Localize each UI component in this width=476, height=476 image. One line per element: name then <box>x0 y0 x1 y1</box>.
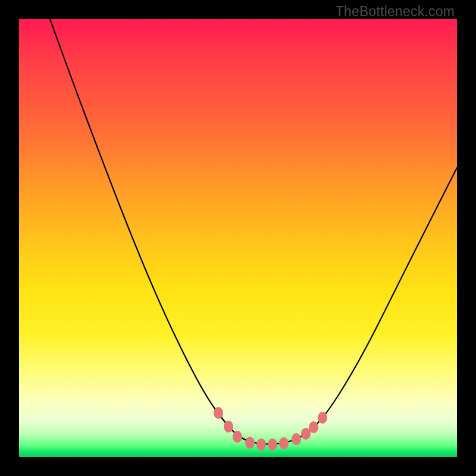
marker-dot <box>233 431 242 443</box>
marker-dot <box>279 437 289 449</box>
marker-dot <box>256 439 266 450</box>
marker-dot <box>318 412 327 424</box>
marker-dot <box>301 428 311 440</box>
chart-frame: TheBottleneck.com <box>0 0 476 476</box>
marker-dot <box>309 421 318 433</box>
curve-markers <box>19 19 457 457</box>
marker-dot <box>224 421 233 433</box>
watermark-text: TheBottleneck.com <box>336 4 455 20</box>
marker-dot <box>292 433 301 445</box>
marker-dot <box>245 437 255 449</box>
marker-dot <box>214 407 223 419</box>
marker-dot <box>268 439 277 450</box>
